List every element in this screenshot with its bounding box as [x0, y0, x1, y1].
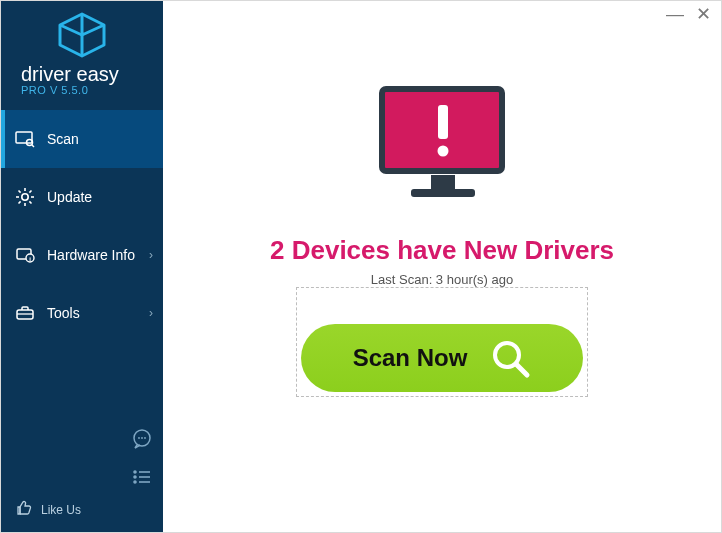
sidebar-item-label: Hardware Info [47, 247, 135, 263]
svg-point-25 [134, 481, 136, 483]
last-scan-label: Last Scan: 3 hour(s) ago [371, 272, 513, 287]
sidebar-footer: Like Us [1, 491, 163, 532]
chat-icon[interactable] [131, 428, 153, 454]
main-pane: 2 Devices have New Drivers Last Scan: 3 … [163, 1, 721, 532]
minimize-button[interactable]: — [666, 5, 684, 25]
chevron-right-icon: › [149, 306, 153, 320]
scan-icon [15, 129, 35, 149]
scan-button-focus-ring: Scan Now [296, 287, 588, 397]
toolbox-icon [15, 303, 35, 323]
version-label: PRO V 5.5.0 [15, 84, 149, 96]
svg-point-18 [138, 437, 140, 439]
svg-point-3 [22, 194, 28, 200]
svg-line-34 [516, 364, 527, 375]
magnify-icon [489, 337, 531, 379]
svg-line-2 [32, 145, 34, 147]
hardware-icon: i [15, 245, 35, 265]
menu-list-icon[interactable] [131, 466, 153, 492]
svg-line-11 [29, 191, 31, 193]
svg-point-30 [438, 146, 449, 157]
sidebar-item-scan[interactable]: Scan [1, 110, 163, 168]
sidebar-nav: Scan Update [1, 110, 163, 342]
alert-illustration [367, 83, 517, 215]
logo-icon [15, 11, 149, 59]
chevron-right-icon: › [149, 248, 153, 262]
scan-result-headline: 2 Devices have New Drivers [270, 235, 614, 266]
like-us-button[interactable]: Like Us [15, 499, 149, 520]
sidebar-item-hardware-info[interactable]: i Hardware Info › [1, 226, 163, 284]
scan-now-button[interactable]: Scan Now [301, 324, 583, 392]
sidebar-item-label: Scan [47, 131, 79, 147]
svg-point-19 [141, 437, 143, 439]
svg-point-20 [144, 437, 146, 439]
sidebar: driver easy PRO V 5.5.0 Scan [1, 1, 163, 532]
svg-rect-31 [431, 175, 455, 189]
svg-line-8 [19, 191, 21, 193]
gear-icon [15, 187, 35, 207]
brand-name: driver easy [15, 63, 149, 86]
svg-rect-32 [411, 189, 475, 197]
svg-point-21 [134, 471, 136, 473]
svg-point-23 [134, 476, 136, 478]
window-controls: — ✕ [666, 1, 721, 25]
sidebar-item-label: Update [47, 189, 92, 205]
logo-area: driver easy PRO V 5.5.0 [1, 1, 163, 104]
svg-rect-29 [438, 105, 448, 139]
svg-line-10 [19, 201, 21, 203]
thumbs-up-icon [15, 499, 33, 520]
sidebar-secondary-icons [131, 428, 153, 492]
like-us-label: Like Us [41, 503, 81, 517]
svg-rect-0 [16, 132, 32, 143]
scan-now-label: Scan Now [353, 344, 468, 372]
sidebar-item-tools[interactable]: Tools › [1, 284, 163, 342]
sidebar-item-label: Tools [47, 305, 80, 321]
close-button[interactable]: ✕ [696, 5, 711, 25]
app-window: — ✕ driver easy PRO V 5.5.0 [0, 0, 722, 533]
sidebar-item-update[interactable]: Update [1, 168, 163, 226]
svg-line-9 [29, 201, 31, 203]
